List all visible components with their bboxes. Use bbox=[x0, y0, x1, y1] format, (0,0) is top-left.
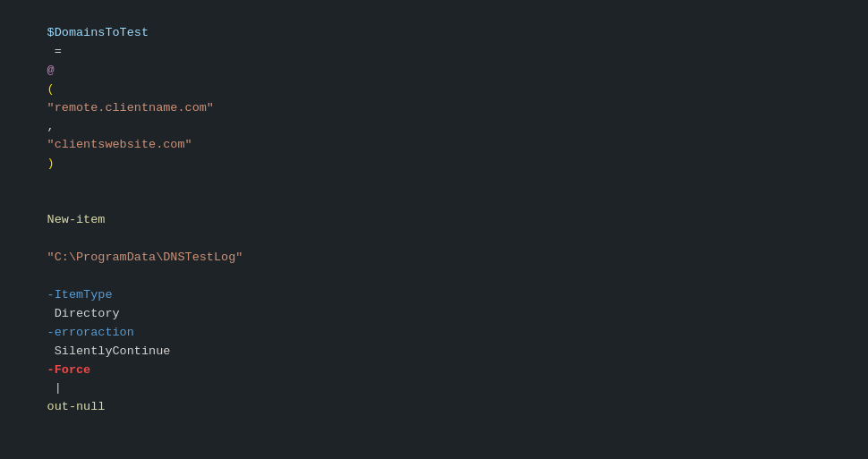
code-line-4: $DNSHealth = foreach ( $DomainToTest in … bbox=[0, 455, 868, 459]
var-domainstotest: $DomainsToTest bbox=[47, 26, 149, 39]
code-line-3 bbox=[0, 436, 868, 455]
force-keyword: -Force bbox=[47, 363, 91, 377]
code-line-2: New-item "C:\ProgramData\DNSTestLog" -It… bbox=[0, 192, 868, 436]
code-line-1: $DomainsToTest = @ ( "remote.clientname.… bbox=[0, 5, 868, 192]
code-editor[interactable]: $DomainsToTest = @ ( "remote.clientname.… bbox=[0, 0, 868, 459]
